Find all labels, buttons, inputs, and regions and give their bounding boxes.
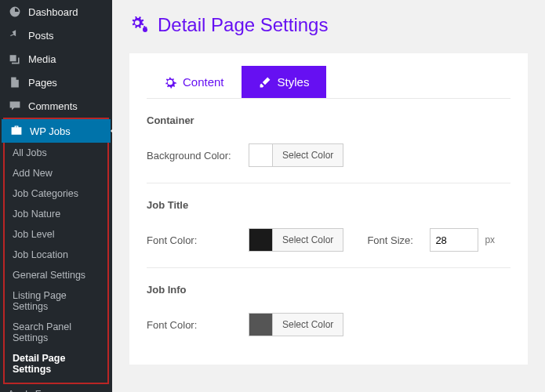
media-icon bbox=[8, 53, 22, 65]
background-color-picker[interactable]: Select Color bbox=[249, 143, 343, 167]
font-color-label: Font Color: bbox=[147, 234, 249, 246]
tab-content[interactable]: Content bbox=[147, 66, 242, 98]
unit-label: px bbox=[485, 234, 495, 245]
comment-icon bbox=[8, 100, 22, 112]
section-job-title: Job Title Font Color: Select Color Font … bbox=[147, 183, 510, 268]
font-size-input[interactable] bbox=[430, 228, 478, 252]
sidebar-item-wp-jobs[interactable]: WP Jobs bbox=[2, 119, 111, 143]
sidebar-item-dashboard[interactable]: Dashboard bbox=[0, 0, 112, 24]
sidebar-item-label: Dashboard bbox=[28, 6, 78, 18]
briefcase-icon bbox=[9, 125, 24, 137]
sidebar-item-label: Comments bbox=[28, 100, 78, 112]
settings-panel: Content Styles Container Background Colo… bbox=[129, 53, 528, 365]
sidebar-sub-detail-page-settings[interactable]: Detail Page Settings bbox=[5, 348, 107, 379]
section-job-info: Job Info Font Color: Select Color bbox=[147, 268, 510, 352]
sidebar-sub-all-jobs[interactable]: All Jobs bbox=[5, 143, 107, 163]
sidebar-item-pages[interactable]: Pages bbox=[0, 71, 112, 94]
sidebar-item-label: Posts bbox=[28, 30, 54, 42]
sidebar-sub-listing-page-settings[interactable]: Listing Page Settings bbox=[5, 285, 107, 317]
dashboard-icon bbox=[8, 5, 22, 18]
brush-icon bbox=[259, 76, 271, 89]
color-swatch bbox=[249, 144, 273, 166]
color-swatch bbox=[249, 229, 273, 251]
pin-icon bbox=[8, 29, 22, 42]
background-color-label: Background Color: bbox=[147, 150, 249, 162]
select-color-button[interactable]: Select Color bbox=[273, 144, 343, 166]
admin-sidebar: Dashboard Posts Media Pages Comments bbox=[0, 0, 112, 392]
gear-icon bbox=[164, 76, 176, 89]
sidebar-sub-apply-form[interactable]: Apply Form bbox=[0, 384, 112, 392]
page-title: Detail Page Settings bbox=[129, 14, 528, 36]
tabs: Content Styles bbox=[147, 66, 510, 99]
tab-label: Content bbox=[183, 75, 224, 89]
page-icon bbox=[8, 76, 22, 89]
sidebar-item-label: Media bbox=[28, 53, 56, 65]
main-content: Detail Page Settings Content Styles Cont… bbox=[112, 0, 545, 392]
sidebar-sub-general-settings[interactable]: General Settings bbox=[5, 265, 107, 285]
sidebar-item-label: WP Jobs bbox=[30, 125, 71, 137]
select-color-button[interactable]: Select Color bbox=[273, 314, 343, 336]
section-heading: Job Info bbox=[147, 284, 510, 296]
select-color-button[interactable]: Select Color bbox=[273, 229, 343, 251]
sidebar-item-posts[interactable]: Posts bbox=[0, 24, 112, 47]
sidebar-sub-job-location[interactable]: Job Location bbox=[5, 245, 107, 265]
font-size-label: Font Size: bbox=[367, 234, 430, 246]
gears-icon bbox=[129, 16, 150, 34]
sidebar-highlight-box: WP Jobs All Jobs Add New Job Categories … bbox=[3, 118, 109, 384]
font-color-label: Font Color: bbox=[147, 319, 249, 331]
page-title-text: Detail Page Settings bbox=[158, 14, 328, 36]
section-heading: Container bbox=[147, 114, 510, 126]
tab-styles[interactable]: Styles bbox=[242, 66, 327, 98]
section-heading: Job Title bbox=[147, 199, 510, 211]
sidebar-item-comments[interactable]: Comments bbox=[0, 94, 112, 118]
sidebar-sub-add-new[interactable]: Add New bbox=[5, 163, 107, 183]
sidebar-sub-job-nature[interactable]: Job Nature bbox=[5, 204, 107, 224]
sidebar-item-media[interactable]: Media bbox=[0, 47, 112, 71]
sidebar-sub-search-panel-settings[interactable]: Search Panel Settings bbox=[5, 317, 107, 348]
font-color-picker[interactable]: Select Color bbox=[249, 313, 343, 336]
color-swatch bbox=[249, 314, 273, 336]
tab-label: Styles bbox=[278, 75, 310, 89]
sidebar-sub-job-categories[interactable]: Job Categories bbox=[5, 183, 107, 204]
sidebar-sub-job-level[interactable]: Job Level bbox=[5, 224, 107, 245]
sidebar-item-label: Pages bbox=[28, 77, 57, 89]
section-container: Container Background Color: Select Color bbox=[147, 99, 510, 183]
font-color-picker[interactable]: Select Color bbox=[249, 228, 343, 252]
